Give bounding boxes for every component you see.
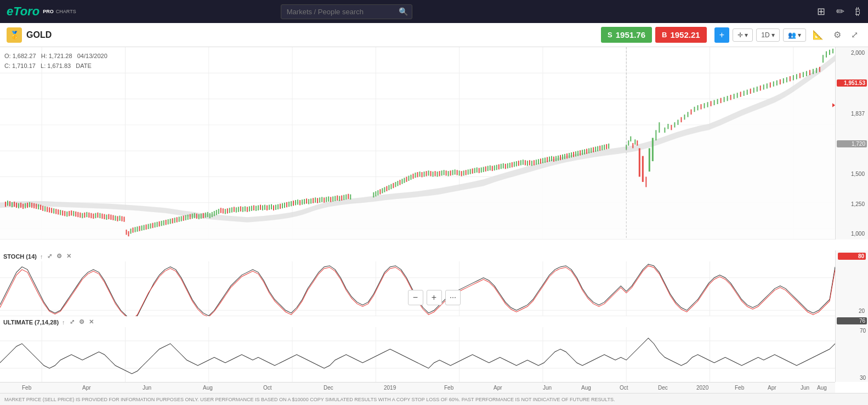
high-label: H: — [41, 53, 47, 59]
time-apr-2019: Apr — [493, 385, 502, 391]
time-feb-2019: Feb — [444, 385, 453, 391]
crosshair-button[interactable]: ✛ ▾ — [733, 28, 753, 42]
time-axis: Feb Apr Jun Aug Oct Dec 2019 Feb Apr Jun… — [0, 382, 835, 393]
buy-price: 1952.21 — [670, 30, 700, 39]
time-apr-2018: Apr — [82, 385, 91, 391]
people-icon: 👥 ▾ — [788, 31, 801, 39]
timeframe-chevron: ▾ — [771, 31, 775, 39]
fullscreen-button[interactable]: ⤢ — [848, 27, 861, 42]
share-icon: ⋯ — [450, 294, 456, 301]
stoch-up-btn[interactable]: ↑ — [39, 253, 44, 260]
time-oct-2018: Oct — [263, 385, 272, 391]
header-right: S 1951.76 B 1952.21 + ✛ ▾ 1D ▾ 👥 ▾ 📐 ⚙ — [601, 27, 861, 43]
stoch-settings-btn[interactable]: ⚙ — [55, 253, 63, 260]
time-apr-2020: Apr — [768, 385, 776, 391]
people-button[interactable]: 👥 ▾ — [783, 28, 806, 42]
high-value: 1,721.28 — [49, 53, 72, 59]
footer: MARKET PRICE (SELL PRICE) IS PROVIDED FO… — [0, 393, 868, 405]
layout-icon-button[interactable]: ⊞ — [816, 4, 826, 19]
price-level-1250: 1,250 — [837, 201, 867, 207]
zoom-out-button[interactable]: − — [408, 290, 423, 305]
settings-button[interactable]: ⚙ — [830, 27, 844, 42]
time-feb-2020: Feb — [735, 385, 744, 391]
ultimate-top-badge: 76 — [837, 317, 867, 324]
ultimate-settings-btn[interactable]: ⚙ — [78, 318, 86, 326]
price-axis: 2,000 1,951.53 1,837 1,720 1,500 1,250 1… — [835, 47, 868, 239]
date-value: 04/13/2020 — [77, 53, 107, 59]
price-level-1720: 1,720 — [837, 140, 867, 147]
stoch-close-btn[interactable]: ✕ — [65, 253, 72, 260]
pen-icon-button[interactable]: ✏ — [835, 4, 846, 19]
time-oct-2019: Oct — [620, 385, 628, 391]
main-chart-svg — [0, 47, 835, 239]
timeframe-button[interactable]: 1D ▾ — [756, 28, 779, 42]
time-jun-2019: Jun — [543, 385, 552, 391]
open-label: O: — [4, 53, 11, 59]
timeframe-label: 1D — [761, 31, 769, 39]
ultimate-axis: 76 70 30 — [835, 316, 868, 382]
footer-text: MARKET PRICE (SELL PRICE) IS PROVIDED FO… — [4, 397, 615, 402]
header-controls: + ✛ ▾ 1D ▾ 👥 ▾ 📐 ⚙ ⤢ — [714, 27, 861, 43]
chart-container: O: 1,682.27 H: 1,721.28 04/13/2020 C: 1,… — [0, 47, 868, 393]
ultimate-expand-btn[interactable]: ⤢ — [69, 318, 76, 326]
close-label: C: — [4, 62, 10, 69]
gear-icon: ⚙ — [833, 30, 841, 39]
sell-label: S — [608, 31, 612, 39]
instrument-header: 🥇 GOLD S 1951.76 B 1952.21 + ✛ ▾ 1D ▾ 👥 … — [0, 23, 868, 47]
stoch-title: STOCH (14) — [3, 253, 37, 260]
time-feb-2018: Feb — [22, 385, 31, 391]
price-level-1000: 1,000 — [837, 231, 867, 237]
ultimate-label: ULTIMATE (7,14,28) ↑ ⤢ ⚙ ✕ — [3, 318, 95, 326]
logo-area: eToro PRO CHARTS — [7, 4, 76, 19]
price-level-1500: 1,500 — [837, 171, 867, 177]
drawing-tool-button[interactable]: 📐 — [809, 27, 827, 42]
stoch-low-label: 20 — [838, 308, 866, 314]
stoch-axis: 80 20 — [835, 250, 868, 316]
ultimate-title: ULTIMATE (7,14,28) — [3, 319, 59, 326]
ultimate-panel: ULTIMATE (7,14,28) ↑ ⤢ ⚙ ✕ 76 70 — [0, 316, 835, 382]
stoch-top-badge: 80 — [838, 253, 866, 260]
price-level-2000: 2,000 — [837, 50, 867, 56]
search-bar[interactable]: 🔍 — [281, 4, 412, 19]
ultimate-up-btn[interactable]: ↑ — [61, 319, 66, 326]
instrument-name: GOLD — [26, 30, 52, 40]
share-button[interactable]: ⋯ — [445, 290, 461, 305]
low-value: 1,671.83 — [47, 62, 71, 69]
add-button[interactable]: + — [714, 27, 729, 43]
search-input[interactable] — [281, 4, 412, 19]
time-aug-2019: Aug — [581, 385, 591, 391]
time-aug-2018: Aug — [203, 385, 213, 391]
search-icon: 🔍 — [399, 7, 408, 16]
zoom-in-button[interactable]: + — [427, 290, 442, 305]
ultimate-30-label: 30 — [837, 375, 867, 381]
close-value: 1,710.17 — [12, 62, 36, 69]
time-dec-2019: Dec — [658, 385, 668, 391]
stoch-label: STOCH (14) ↑ ⤢ ⚙ ✕ — [3, 253, 72, 260]
pro-label: PRO — [43, 9, 54, 14]
price-level-1837: 1,837 — [837, 111, 867, 117]
instrument-flag: 🥇 — [7, 27, 22, 43]
buy-label: B — [662, 31, 667, 39]
time-jun-2020: Jun — [801, 385, 809, 391]
fullscreen-icon: ⤢ — [851, 30, 858, 39]
stoch-panel: STOCH (14) ↑ ⤢ ⚙ ✕ — [0, 250, 835, 316]
price-current-label: 1,951.53 — [837, 79, 867, 87]
low-label: L: — [41, 62, 46, 69]
nav-icons: ⊞ ✏ ₿ — [816, 4, 861, 19]
currency-icon-button[interactable]: ₿ — [854, 5, 861, 19]
zoom-controls: − + ⋯ — [408, 290, 461, 305]
date-label: DATE — [76, 62, 92, 69]
time-2020: 2020 — [696, 385, 708, 391]
sell-price: 1951.76 — [616, 30, 645, 39]
ultimate-close-btn[interactable]: ✕ — [88, 318, 95, 326]
time-2019: 2019 — [384, 385, 396, 391]
stoch-expand-btn[interactable]: ⤢ — [46, 253, 53, 260]
crosshair-icon: ✛ ▾ — [737, 31, 748, 39]
time-dec-2018: Dec — [324, 385, 333, 391]
buy-button[interactable]: B 1952.21 — [655, 27, 707, 43]
ohlc-info: O: 1,682.27 H: 1,721.28 04/13/2020 C: 1,… — [4, 52, 107, 71]
drawing-icon: 📐 — [813, 30, 824, 39]
charts-label: CHARTS — [56, 9, 76, 14]
time-jun-2018: Jun — [143, 385, 151, 391]
sell-button[interactable]: S 1951.76 — [601, 27, 652, 43]
